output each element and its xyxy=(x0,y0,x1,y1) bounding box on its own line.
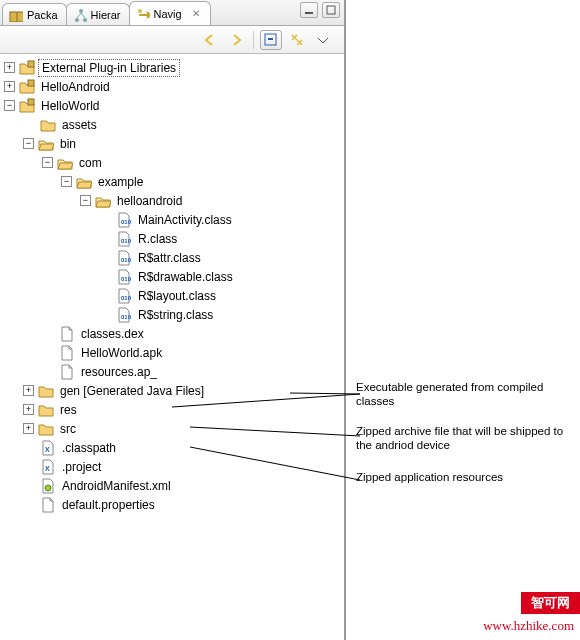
maximize-button[interactable] xyxy=(322,2,340,18)
watermark-badge: 智可网 xyxy=(521,592,580,614)
tree-node-resources-ap[interactable]: resources.ap_ xyxy=(42,362,344,381)
tab-label: Hierar xyxy=(91,9,121,21)
view-menu-button[interactable] xyxy=(312,30,334,50)
expand-icon[interactable]: + xyxy=(4,81,15,92)
collapse-icon[interactable]: − xyxy=(42,157,53,168)
back-button[interactable] xyxy=(199,30,221,50)
node-label: R.class xyxy=(135,231,180,247)
tree-node-bin[interactable]: − bin xyxy=(23,134,344,153)
expand-icon[interactable]: + xyxy=(23,423,34,434)
node-label: R$layout.class xyxy=(135,288,219,304)
node-label: HelloWorld.apk xyxy=(78,345,165,361)
tree-node-classpath[interactable]: .classpath xyxy=(23,438,344,457)
class-file-icon xyxy=(116,250,132,266)
tree-node-classes-dex[interactable]: classes.dex xyxy=(42,324,344,343)
expand-icon[interactable]: + xyxy=(23,385,34,396)
tree-node-r-class[interactable]: R.class xyxy=(99,229,344,248)
file-tree[interactable]: + External Plug-in Libraries + HelloAndr… xyxy=(0,54,344,518)
tree-node-assets[interactable]: assets xyxy=(23,115,344,134)
tab-package-explorer[interactable]: Packa xyxy=(2,3,67,25)
node-label: bin xyxy=(57,136,79,152)
view-toolbar xyxy=(0,26,344,54)
separator xyxy=(253,31,254,49)
class-file-icon xyxy=(116,307,132,323)
expand-icon[interactable]: + xyxy=(4,62,15,73)
forward-button[interactable] xyxy=(225,30,247,50)
node-label: HelloWorld xyxy=(38,98,102,114)
minimize-button[interactable] xyxy=(300,2,318,18)
folder-icon xyxy=(38,402,54,418)
node-label: assets xyxy=(59,117,100,133)
collapse-icon[interactable]: − xyxy=(80,195,91,206)
class-file-icon xyxy=(116,288,132,304)
svg-rect-15 xyxy=(327,6,335,14)
node-label: .classpath xyxy=(59,440,119,456)
link-editor-button[interactable] xyxy=(286,30,308,50)
tree-node-default-properties[interactable]: default.properties xyxy=(23,495,344,514)
navigator-view: Packa Hierar Navig ✕ + External Plug-in … xyxy=(0,0,346,640)
annotation-classes-dex: Executable generated from compiled class… xyxy=(356,380,580,409)
hierarchy-icon xyxy=(73,8,87,22)
node-label: res xyxy=(57,402,80,418)
tree-node-r-attr-class[interactable]: R$attr.class xyxy=(99,248,344,267)
tab-navigator[interactable]: Navig ✕ xyxy=(129,1,211,25)
tree-node-mainactivity-class[interactable]: MainActivity.class xyxy=(99,210,344,229)
manifest-file-icon xyxy=(40,478,56,494)
collapse-icon[interactable]: − xyxy=(61,176,72,187)
package-icon xyxy=(9,8,23,22)
xml-file-icon xyxy=(40,440,56,456)
leaf-spacer xyxy=(23,119,36,130)
collapse-icon[interactable]: − xyxy=(23,138,34,149)
tree-node-helloandroid[interactable]: + HelloAndroid xyxy=(4,77,344,96)
annotation-text: Zipped archive file that will be shipped… xyxy=(356,425,563,451)
watermark-url: www.hzhike.com xyxy=(483,618,574,634)
folder-open-icon xyxy=(38,136,54,152)
node-label: example xyxy=(95,174,146,190)
node-label: resources.ap_ xyxy=(78,364,160,380)
tree-node-project[interactable]: .project xyxy=(23,457,344,476)
tree-node-helloandroid-pkg[interactable]: − helloandroid xyxy=(80,191,344,210)
file-icon xyxy=(59,345,75,361)
node-label: HelloAndroid xyxy=(38,79,113,95)
folder-icon xyxy=(38,383,54,399)
xml-file-icon xyxy=(40,459,56,475)
class-file-icon xyxy=(116,212,132,228)
tree-node-src[interactable]: + src xyxy=(23,419,344,438)
folder-open-icon xyxy=(76,174,92,190)
tree-node-gen[interactable]: + gen [Generated Java Files] xyxy=(23,381,344,400)
tab-hierarchy[interactable]: Hierar xyxy=(66,3,130,25)
folder-open-icon xyxy=(57,155,73,171)
tree-node-helloworld[interactable]: − HelloWorld xyxy=(4,96,344,115)
close-icon[interactable]: ✕ xyxy=(190,8,202,20)
tree-node-res[interactable]: + res xyxy=(23,400,344,419)
tab-label: Packa xyxy=(27,9,58,21)
tree-node-com[interactable]: − com xyxy=(42,153,344,172)
node-label: default.properties xyxy=(59,497,158,513)
tree-node-helloworld-apk[interactable]: HelloWorld.apk xyxy=(42,343,344,362)
project-icon xyxy=(19,60,35,76)
project-icon xyxy=(19,79,35,95)
project-icon xyxy=(19,98,35,114)
node-label: R$drawable.class xyxy=(135,269,236,285)
tab-label: Navig xyxy=(154,8,182,20)
collapse-icon[interactable]: − xyxy=(4,100,15,111)
class-file-icon xyxy=(116,231,132,247)
node-label: gen [Generated Java Files] xyxy=(57,383,207,399)
collapse-all-button[interactable] xyxy=(260,30,282,50)
file-icon xyxy=(59,364,75,380)
expand-icon[interactable]: + xyxy=(23,404,34,415)
watermark-text: 智可网 xyxy=(531,595,570,610)
node-label: R$attr.class xyxy=(135,250,204,266)
tree-node-r-layout-class[interactable]: R$layout.class xyxy=(99,286,344,305)
annotation-text: Zipped application resources xyxy=(356,471,503,483)
tree-node-r-string-class[interactable]: R$string.class xyxy=(99,305,344,324)
tree-node-ext-plugins[interactable]: + External Plug-in Libraries xyxy=(4,58,344,77)
node-label: AndroidManifest.xml xyxy=(59,478,174,494)
node-label: R$string.class xyxy=(135,307,216,323)
tree-node-r-drawable-class[interactable]: R$drawable.class xyxy=(99,267,344,286)
annotation-text: Executable generated from compiled class… xyxy=(356,381,543,407)
folder-icon xyxy=(40,117,56,133)
tree-node-example[interactable]: − example xyxy=(61,172,344,191)
node-label: src xyxy=(57,421,79,437)
tree-node-manifest[interactable]: AndroidManifest.xml xyxy=(23,476,344,495)
